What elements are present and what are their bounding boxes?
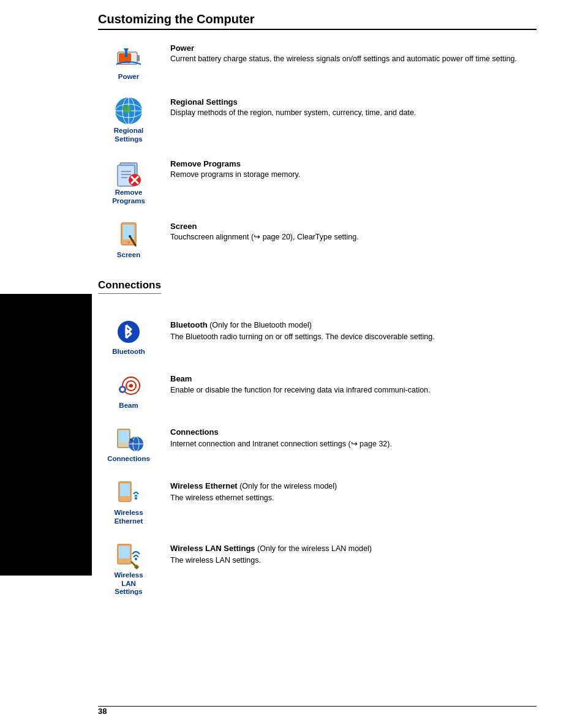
svg-rect-41 [119,546,130,558]
svg-rect-19 [123,225,134,239]
remove-programs-text: Remove Programs Remove programs in stora… [170,157,537,181]
power-title: Power [170,43,194,53]
svg-point-21 [129,235,131,238]
screen-icon-area: Screen [98,219,159,260]
screen-icon [113,219,145,251]
bluetooth-description: Bluetooth (Only for the Bluetooth model)… [170,319,537,343]
screen-label: Screen [117,251,140,260]
svg-point-29 [121,388,124,391]
wireless-ethernet-icon-area: WirelessEthernet [98,477,159,526]
list-item: RegionalSettings Regional Settings Displ… [98,95,537,144]
beam-icon-area: Beam [98,370,159,410]
list-item: WirelessLANSettings Wireless LAN Setting… [98,539,537,596]
power-text: Power Current battery charge status, the… [170,41,537,65]
black-sidebar [0,294,92,576]
page-number: 38 [98,707,107,716]
screen-title: Screen [170,222,197,231]
bluetooth-text: Bluetooth (Only for the Bluetooth model)… [170,316,537,343]
wireless-lan-icon [113,539,145,571]
wireless-lan-icon-area: WirelessLANSettings [98,539,159,596]
connections-section: Connections [98,273,537,305]
remove-programs-icon [113,157,145,189]
svg-rect-1 [137,55,140,61]
wireless-ethernet-label: WirelessEthernet [114,509,143,526]
list-item: Screen Screen Touchscreen alignment (↪ p… [98,219,537,260]
connections-description: ConnectionsInternet connection and Intra… [170,426,537,450]
bluetooth-label: Bluetooth [112,348,145,356]
screen-text: Screen Touchscreen alignment (↪ page 20)… [170,219,537,243]
list-item: RemovePrograms Remove Programs Remove pr… [98,157,537,206]
connections-icon-area: Connections [98,423,159,463]
bluetooth-icon [113,316,145,348]
regional-text: Regional Settings Display methods of the… [170,95,537,119]
screen-description: Touchscreen alignment (↪ page 20), Clear… [170,231,537,243]
power-label: Power [118,73,140,81]
connections-items: Bluetooth Bluetooth (Only for the Blueto… [98,316,537,596]
beam-icon [113,370,145,402]
svg-rect-4 [125,52,127,57]
power-description: Current battery charge status, the wirel… [170,53,537,65]
connections-text: ConnectionsInternet connection and Intra… [170,423,537,450]
beam-text: BeamEnable or disable the function for r… [170,370,537,397]
beam-description: BeamEnable or disable the function for r… [170,373,537,397]
page-number-line [98,706,537,707]
regional-icon-area: RegionalSettings [98,95,159,144]
svg-point-27 [129,384,133,388]
svg-rect-32 [119,431,129,442]
remove-programs-description: Remove programs in storage memory. [170,169,537,181]
list-item: Power Power Current battery charge statu… [98,41,537,81]
regional-description: Display methods of the region, number sy… [170,107,537,119]
remove-programs-icon-area: RemovePrograms [98,157,159,206]
regional-title: Regional Settings [170,97,238,107]
list-item: Connections ConnectionsInternet connecti… [98,423,537,463]
wireless-lan-label: WirelessLANSettings [114,571,143,596]
regional-settings-icon [113,95,145,127]
list-item: Beam BeamEnable or disable the function … [98,370,537,410]
connections-label: Connections [107,455,150,463]
remove-programs-title: Remove Programs [170,159,241,168]
page-title: Customizing the Computer [98,12,537,30]
list-item: Bluetooth Bluetooth (Only for the Blueto… [98,316,537,356]
list-item: WirelessEthernet Wireless Ethernet (Only… [98,477,537,526]
wireless-ethernet-icon [113,477,145,509]
power-icon-area: Power [98,41,159,81]
svg-point-42 [135,558,137,560]
remove-programs-label: RemovePrograms [112,189,145,206]
connections-icon [113,423,145,455]
svg-point-22 [127,241,130,244]
svg-point-39 [135,497,137,500]
wireless-lan-description: Wireless LAN Settings (Only for the wire… [170,542,537,566]
beam-label: Beam [119,402,138,410]
power-icon [113,41,145,73]
personal-section: Power Power Current battery charge statu… [98,41,537,260]
wireless-lan-text: Wireless LAN Settings (Only for the wire… [170,539,537,566]
wireless-ethernet-description: Wireless Ethernet (Only for the wireless… [170,480,537,504]
regional-settings-label: RegionalSettings [114,127,144,144]
wireless-ethernet-text: Wireless Ethernet (Only for the wireless… [170,477,537,504]
connections-section-title: Connections [98,279,161,294]
bluetooth-icon-area: Bluetooth [98,316,159,356]
svg-rect-38 [120,484,130,496]
